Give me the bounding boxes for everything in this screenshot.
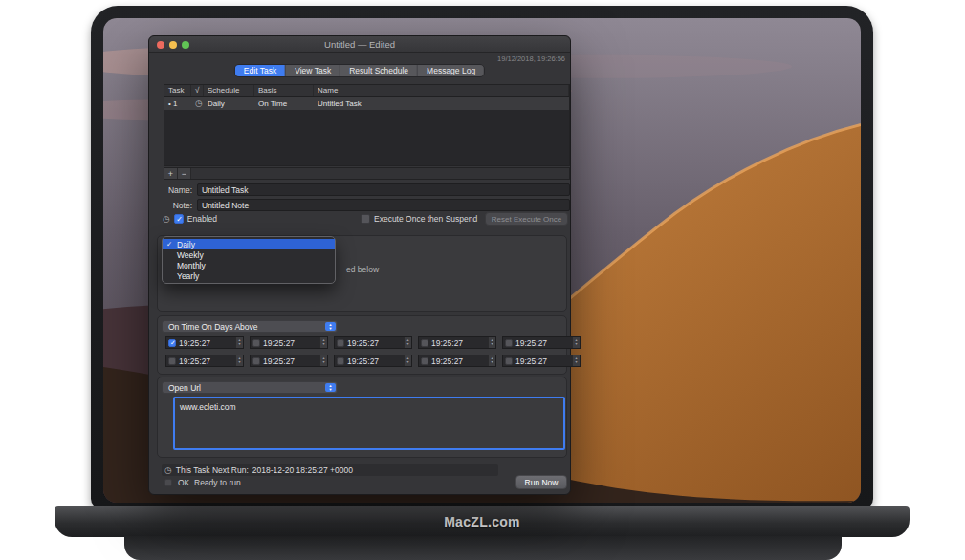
options-row: Enabled <box>163 214 217 224</box>
time-checkbox[interactable] <box>252 357 260 365</box>
enabled-checkbox[interactable] <box>174 214 184 224</box>
menu-item-label: Weekly <box>177 250 204 260</box>
add-task-button[interactable]: + <box>164 168 178 179</box>
next-run-value: 2018-12-20 18:25:27 +0000 <box>252 465 353 475</box>
status-row: OK. Ready to run <box>164 478 241 487</box>
time-value[interactable]: 19:25:27 <box>347 338 404 348</box>
menu-item-label: Daily <box>177 240 195 249</box>
execute-once-label: Execute Once then Suspend <box>374 214 477 224</box>
time-cell: 19:25:27 <box>250 336 328 349</box>
name-row: Name: Untitled Task <box>164 183 570 196</box>
status-indicator <box>164 479 172 486</box>
menu-item-monthly[interactable]: Monthly <box>163 260 335 270</box>
table-empty-area[interactable] <box>164 110 569 165</box>
time-stepper-icon[interactable] <box>572 337 580 348</box>
time-stepper-icon[interactable] <box>235 355 243 366</box>
tab-view-task[interactable]: View Task <box>285 65 340 76</box>
brand-label: MacZL.com <box>444 514 520 529</box>
time-cell: 19:25:27 <box>418 336 496 349</box>
time-stepper-icon[interactable] <box>319 337 327 348</box>
time-checkbox[interactable] <box>421 357 428 365</box>
execute-once-checkbox[interactable] <box>361 214 370 224</box>
time-value[interactable]: 19:25:27 <box>263 356 319 366</box>
time-value[interactable]: 19:25:27 <box>431 356 488 366</box>
tab-edit-task[interactable]: Edit Task <box>235 65 285 76</box>
window-title: Untitled — Edited <box>324 39 395 50</box>
time-stepper-icon[interactable] <box>404 337 411 348</box>
zoom-button[interactable] <box>182 41 189 49</box>
col-basis[interactable]: Basis <box>254 85 314 96</box>
time-stepper-icon[interactable] <box>404 355 411 366</box>
time-cell: 19:25:27 <box>165 336 244 349</box>
run-now-button[interactable]: Run Now <box>515 475 567 489</box>
time-cell: 19:25:27 <box>250 355 328 367</box>
remove-task-button[interactable]: − <box>178 168 191 179</box>
execute-once-row: Execute Once then Suspend <box>361 214 477 224</box>
next-run-label: This Task Next Run: <box>176 465 249 475</box>
reset-execute-once-button[interactable]: Reset Execute Once <box>485 212 568 226</box>
time-value[interactable]: 19:25:27 <box>263 338 319 348</box>
note-input[interactable]: Untitled Note <box>197 199 570 211</box>
col-check[interactable]: √ <box>191 85 204 96</box>
time-checkbox[interactable] <box>168 357 176 365</box>
url-textarea[interactable]: www.ecleti.com <box>173 397 565 450</box>
next-run-bar: This Task Next Run: 2018-12-20 18:25:27 … <box>162 464 498 476</box>
time-cell: 19:25:27 <box>334 355 412 367</box>
note-label: Note: <box>164 201 197 210</box>
col-schedule[interactable]: Schedule <box>204 85 254 96</box>
time-checkbox[interactable] <box>421 339 428 347</box>
time-stepper-icon[interactable] <box>488 355 495 366</box>
time-checkbox[interactable] <box>337 339 344 347</box>
col-name[interactable]: Name <box>314 85 569 96</box>
time-basis-popup[interactable]: On Time On Days Above <box>162 320 338 333</box>
row-schedule: Daily <box>204 99 254 108</box>
time-value[interactable]: 19:25:27 <box>347 356 404 366</box>
menu-item-weekly[interactable]: Weekly <box>163 249 335 260</box>
time-cell: 19:25:27 <box>502 336 581 349</box>
time-value[interactable]: 19:25:27 <box>515 338 572 348</box>
clock-icon <box>195 99 203 108</box>
time-checkbox[interactable] <box>252 339 260 347</box>
minimize-button[interactable] <box>169 41 177 49</box>
clock-timestamp: 19/12/2018, 19:26:56 <box>497 54 565 63</box>
time-stepper-icon[interactable] <box>235 337 243 348</box>
laptop-base-edge <box>124 536 842 560</box>
name-input[interactable]: Untitled Task <box>197 183 570 196</box>
time-checkbox[interactable] <box>168 339 176 347</box>
time-basis-popup-value: On Time On Days Above <box>168 322 258 332</box>
time-value[interactable]: 19:25:27 <box>431 338 488 348</box>
note-row: Note: Untitled Note <box>164 199 570 211</box>
menu-item-yearly[interactable]: Yearly <box>163 270 335 281</box>
time-value[interactable]: 19:25:27 <box>179 338 235 348</box>
tab-result-schedule[interactable]: Result Schedule <box>340 65 417 76</box>
tab-message-log[interactable]: Message Log <box>417 65 484 76</box>
time-stepper-icon[interactable] <box>488 337 495 348</box>
row-task-number: • 1 <box>164 99 191 108</box>
clock-icon <box>164 465 172 475</box>
time-value[interactable]: 19:25:27 <box>179 356 235 366</box>
titlebar[interactable]: Untitled — Edited <box>149 36 570 53</box>
time-value[interactable]: 19:25:27 <box>515 356 572 366</box>
menu-item-daily[interactable]: ✓ Daily <box>163 239 335 249</box>
status-text: OK. Ready to run <box>178 478 241 487</box>
name-label: Name: <box>164 185 197 195</box>
table-row[interactable]: • 1 Daily On Time Untitled Task <box>164 97 569 110</box>
menu-item-label: Monthly <box>177 261 206 270</box>
close-button[interactable] <box>157 41 164 49</box>
tab-bar: Edit Task View Task Result Schedule Mess… <box>234 64 485 77</box>
time-stepper-icon[interactable] <box>319 355 327 366</box>
action-popup[interactable]: Open Url <box>162 381 338 394</box>
time-cell: 19:25:27 <box>418 355 496 367</box>
time-cell: 19:25:27 <box>165 355 244 367</box>
time-checkbox[interactable] <box>505 357 513 365</box>
schedule-partial-text: ed below <box>346 265 379 274</box>
time-checkbox[interactable] <box>505 339 513 347</box>
time-checkbox[interactable] <box>337 357 344 365</box>
table-footer-bar: + − <box>164 167 570 180</box>
action-popup-value: Open Url <box>168 383 201 393</box>
row-name: Untitled Task <box>314 99 569 108</box>
row-basis: On Time <box>254 99 314 108</box>
col-task[interactable]: Task <box>164 85 191 96</box>
time-stepper-icon[interactable] <box>572 355 580 366</box>
traffic-lights <box>157 41 189 49</box>
